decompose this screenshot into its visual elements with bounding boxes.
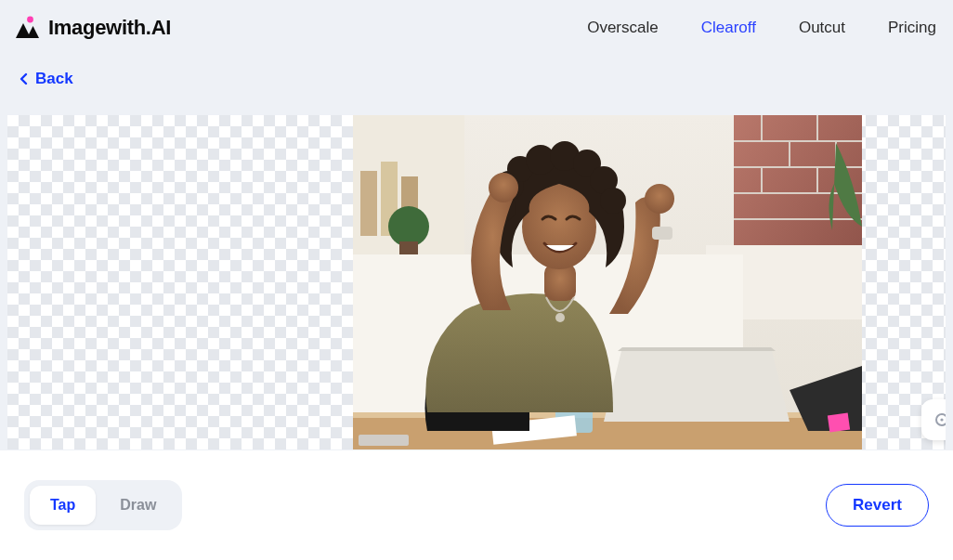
svg-point-0 xyxy=(27,17,33,23)
brand-name: Imagewith.AI xyxy=(48,16,171,40)
svg-point-42 xyxy=(555,313,565,322)
floating-action-button[interactable] xyxy=(921,399,946,440)
svg-rect-41 xyxy=(652,227,672,240)
logo-icon xyxy=(13,14,41,42)
svg-rect-43 xyxy=(828,413,850,433)
bottom-toolbar: Tap Draw Revert xyxy=(0,450,953,560)
mode-tap-button[interactable]: Tap xyxy=(30,486,96,525)
svg-rect-44 xyxy=(359,435,409,446)
back-button[interactable]: Back xyxy=(19,70,73,88)
revert-button[interactable]: Revert xyxy=(826,484,929,527)
mode-segmented-control: Tap Draw xyxy=(24,480,182,530)
svg-point-39 xyxy=(489,173,518,202)
target-icon xyxy=(933,410,946,429)
nav-overscale[interactable]: Overscale xyxy=(587,19,659,37)
edited-image xyxy=(353,115,862,449)
main-nav: Overscale Clearoff Outcut Pricing xyxy=(587,19,940,37)
nav-clearoff[interactable]: Clearoff xyxy=(701,19,756,37)
svg-rect-7 xyxy=(399,241,418,256)
nav-pricing[interactable]: Pricing xyxy=(888,19,936,37)
svg-point-46 xyxy=(940,418,943,421)
nav-outcut[interactable]: Outcut xyxy=(799,19,845,37)
svg-rect-3 xyxy=(360,171,377,236)
brand-logo[interactable]: Imagewith.AI xyxy=(13,14,171,42)
svg-rect-29 xyxy=(544,264,576,301)
svg-point-6 xyxy=(388,206,429,247)
back-label: Back xyxy=(35,70,73,88)
chevron-left-icon xyxy=(19,72,30,85)
mode-draw-button[interactable]: Draw xyxy=(99,486,176,525)
svg-point-37 xyxy=(600,188,626,214)
image-canvas[interactable] xyxy=(7,115,946,449)
svg-point-40 xyxy=(645,184,674,214)
